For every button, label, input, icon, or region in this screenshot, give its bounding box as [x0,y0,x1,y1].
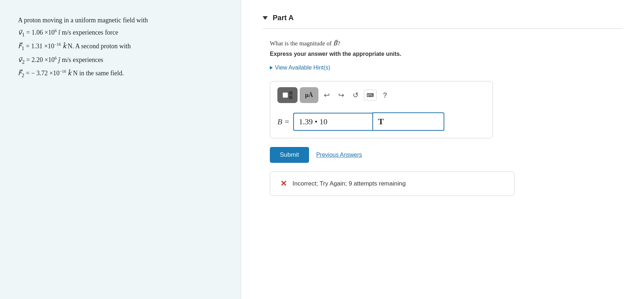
question-section: What is the magnitude of B⃗? Express you… [263,40,622,196]
toolbar: μÅ ↩ ↪ ↺ ⌨ ? [277,87,485,107]
problem-text: A proton moving in a uniform magnetic fi… [18,14,223,80]
units-label: μÅ [305,92,313,99]
unit-input[interactable] [372,112,444,131]
error-icon: ✕ [280,179,287,188]
template-dark-square-1 [289,91,292,95]
error-message: Incorrect; Try Again; 9 attempts remaini… [292,180,406,187]
redo-button[interactable]: ↪ [335,89,347,101]
keyboard-icon: ⌨ [367,92,374,98]
template-button[interactable] [277,87,298,103]
submit-button[interactable]: Submit [270,147,309,163]
value-input[interactable] [293,113,372,131]
template-icon [283,91,292,99]
problem-line3: F⃗1 = 1.31 ×10−16 k̂ N. A second proton … [18,40,223,53]
error-box: ✕ Incorrect; Try Again; 9 attempts remai… [270,171,514,196]
answer-box: μÅ ↩ ↪ ↺ ⌨ ? B = [270,81,493,138]
part-title: Part A [273,14,294,22]
units-button[interactable]: μÅ [300,87,318,103]
previous-answers-link[interactable]: Previous Answers [316,152,362,158]
part-chevron-icon[interactable] [263,16,268,20]
undo-button[interactable]: ↩ [321,89,333,101]
reset-button[interactable]: ↺ [349,89,362,101]
help-button[interactable]: ? [379,89,391,101]
express-instruction: Express your answer with the appropriate… [270,51,615,57]
input-row: B = [277,112,485,131]
keyboard-button[interactable]: ⌨ [364,90,377,101]
undo-icon: ↩ [324,91,330,99]
question-text: What is the magnitude of B⃗? [270,40,615,47]
problem-line2: v⃗1 = 1.06 ×106 î m/s experiences force [18,27,223,40]
problem-line5: F⃗2 = − 3.72 ×10−16 k̂ N in the same fie… [18,67,223,80]
right-panel: Part A What is the magnitude of B⃗? Expr… [241,0,644,299]
problem-line1: A proton moving in a uniform magnetic fi… [18,17,148,24]
help-icon: ? [383,91,387,99]
action-row: Submit Previous Answers [270,147,615,163]
hint-label: View Available Hint(s) [275,64,330,71]
template-dark-square-2 [289,95,292,99]
template-white-square [283,93,288,98]
problem-line4: v⃗2 = 2.20 ×106 ĵ m/s experiences [18,54,223,67]
problem-panel: A proton moving in a uniform magnetic fi… [0,0,241,299]
hint-link[interactable]: View Available Hint(s) [270,64,615,71]
hint-chevron-icon [270,66,273,70]
reset-icon: ↺ [353,91,359,99]
part-header: Part A [263,7,622,29]
variable-label: B = [277,117,290,126]
redo-icon: ↪ [338,91,344,99]
